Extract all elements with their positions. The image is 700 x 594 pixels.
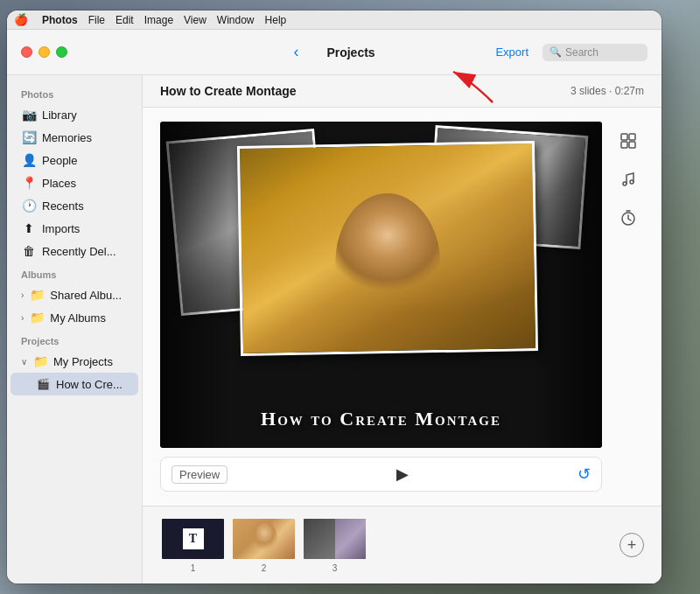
sidebar-label-how-to-cre: How to Cre...	[56, 378, 122, 391]
filmstrip-area: T 1 2	[143, 506, 662, 584]
svg-point-5	[623, 182, 626, 185]
library-icon: 📷	[21, 107, 37, 122]
left-dark-overlay	[160, 122, 230, 448]
chevron-projects-icon: ∨	[21, 357, 27, 367]
sidebar: Photos 📷 Library 🔄 Memories 👤 People 📍 P…	[7, 75, 143, 584]
menu-bar: 🍎 Photos File Edit Image View Window Hel…	[7, 10, 662, 30]
minimize-button[interactable]	[38, 46, 50, 58]
chevron-myalbums-icon: ›	[21, 313, 24, 323]
sidebar-label-recently-deleted: Recently Del...	[42, 245, 116, 258]
recents-icon: 🕐	[21, 198, 37, 213]
sidebar-item-memories[interactable]: 🔄 Memories	[10, 126, 138, 149]
sidebar-section-albums: Albums	[7, 262, 142, 283]
photos-app-window: 🍎 Photos File Edit Image View Window Hel…	[7, 10, 662, 584]
sidebar-label-library: Library	[42, 108, 77, 122]
slide-num-3: 3	[332, 563, 338, 573]
window-title: Projects	[326, 45, 374, 59]
sidebar-item-recents[interactable]: 🕐 Recents	[10, 194, 138, 217]
search-icon: 🔍	[550, 46, 562, 58]
my-albums-icon: 📁	[29, 310, 45, 325]
thumb3-right-part	[335, 519, 367, 559]
timer-icon[interactable]	[616, 206, 640, 230]
title-bar: ‹ Projects Export 🔍 Search	[7, 30, 662, 75]
video-area: How to Create Montage Preview ▶ ↺	[143, 108, 662, 506]
main-area: Photos 📷 Library 🔄 Memories 👤 People 📍 P…	[7, 75, 662, 584]
sidebar-item-imports[interactable]: ⬆ Imports	[10, 217, 138, 240]
thumb3-left-part	[304, 519, 335, 559]
my-projects-icon: 📁	[32, 353, 48, 369]
svg-rect-2	[629, 134, 635, 140]
menu-photos[interactable]: Photos	[42, 14, 78, 26]
filmstrip-thumb-2	[231, 517, 297, 561]
title-bar-center: ‹ Projects	[293, 43, 374, 61]
sidebar-label-my-albums: My Albums	[50, 311, 106, 325]
filmstrip-thumb-1: T	[160, 517, 226, 561]
photo-collage: How to Create Montage	[160, 122, 602, 448]
sidebar-label-shared-albums: Shared Albu...	[50, 289, 122, 302]
chevron-shared-icon: ›	[21, 290, 24, 300]
filmstrip-slide-1[interactable]: T 1	[160, 517, 226, 573]
sidebar-item-people[interactable]: 👤 People	[10, 149, 138, 171]
filmstrip-slide-2[interactable]: 2	[231, 517, 297, 573]
title-card-letter: T	[183, 528, 204, 549]
imports-icon: ⬆	[21, 220, 37, 236]
sidebar-label-recents: Recents	[42, 199, 84, 213]
shared-albums-icon: 📁	[29, 287, 45, 303]
sidebar-item-how-to-cre[interactable]: 🎬 How to Cre...	[10, 373, 138, 395]
sidebar-item-library[interactable]: 📷 Library	[10, 103, 138, 126]
slide-num-2: 2	[262, 563, 267, 573]
slide-num-1: 1	[191, 563, 196, 573]
sidebar-label-places: Places	[42, 177, 76, 190]
export-button[interactable]: Export	[495, 45, 528, 59]
people-icon: 👤	[21, 152, 37, 168]
content-header: How to Create Montage 3 slides · 0:27m	[143, 75, 662, 108]
close-button[interactable]	[21, 46, 32, 58]
sidebar-label-my-projects: My Projects	[53, 355, 113, 368]
project-title: How to Create Montage	[160, 84, 297, 98]
svg-point-6	[630, 180, 634, 184]
menu-view[interactable]: View	[184, 14, 206, 26]
layout-icon[interactable]	[616, 129, 640, 153]
project-item-icon: 🎬	[35, 376, 51, 392]
play-button[interactable]: ▶	[396, 465, 409, 484]
right-panel	[612, 122, 644, 492]
preview-button[interactable]: Preview	[172, 465, 228, 484]
add-slide-button[interactable]: +	[620, 533, 644, 557]
menu-edit[interactable]: Edit	[116, 14, 134, 26]
back-button[interactable]: ‹	[293, 43, 298, 61]
loop-button[interactable]: ↺	[578, 465, 591, 484]
search-box[interactable]: 🔍 Search	[542, 44, 648, 61]
filmstrip-slide-3[interactable]: 3	[302, 517, 368, 573]
right-dark-overlay	[532, 122, 602, 448]
svg-rect-3	[621, 142, 627, 148]
menu-image[interactable]: Image	[144, 14, 173, 26]
content-pane: How to Create Montage 3 slides · 0:27m	[143, 75, 662, 584]
sidebar-label-memories: Memories	[42, 131, 92, 144]
montage-background: How to Create Montage	[160, 122, 602, 448]
sidebar-item-recently-deleted[interactable]: 🗑 Recently Del...	[10, 240, 138, 262]
filmstrip-thumb-3	[302, 517, 368, 561]
controls-bar: Preview ▶ ↺	[160, 457, 602, 492]
sidebar-item-places[interactable]: 📍 Places	[10, 171, 138, 194]
sidebar-item-my-projects[interactable]: ∨ 📁 My Projects	[10, 350, 138, 373]
memories-icon: 🔄	[21, 129, 37, 145]
menu-help[interactable]: Help	[265, 14, 287, 26]
menu-file[interactable]: File	[88, 14, 105, 26]
trash-icon: 🗑	[21, 243, 37, 259]
maximize-button[interactable]	[56, 46, 67, 58]
title-bar-right: Export 🔍 Search	[495, 44, 648, 61]
menu-window[interactable]: Window	[217, 14, 255, 26]
music-icon[interactable]	[616, 167, 640, 192]
video-container: How to Create Montage Preview ▶ ↺	[160, 122, 602, 492]
search-placeholder-text: Search	[565, 46, 598, 59]
sidebar-label-people: People	[42, 154, 77, 167]
sidebar-label-imports: Imports	[42, 222, 80, 235]
play-spacer: ▶	[234, 465, 570, 484]
svg-rect-4	[629, 142, 635, 148]
sidebar-item-my-albums[interactable]: › 📁 My Albums	[10, 306, 138, 329]
slide-count-info: 3 slides · 0:27m	[570, 85, 644, 97]
sidebar-section-projects: Projects	[7, 329, 142, 350]
sidebar-item-shared-albums[interactable]: › 📁 Shared Albu...	[10, 283, 138, 306]
sidebar-section-photos: Photos	[7, 82, 142, 103]
apple-menu[interactable]: 🍎	[14, 13, 28, 26]
